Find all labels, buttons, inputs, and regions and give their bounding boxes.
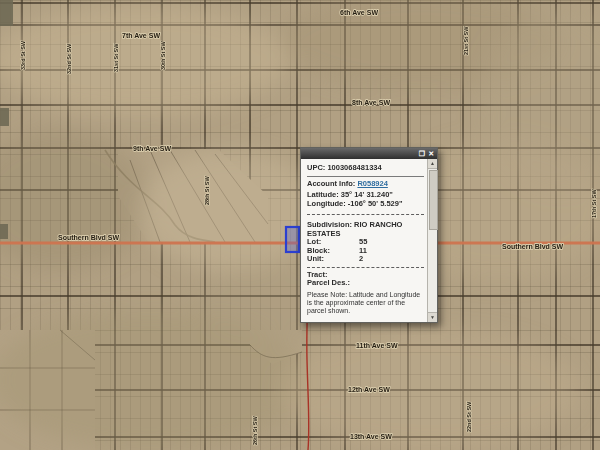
longitude-value: Longitude: -106° 50' 5.529" (307, 200, 424, 209)
scroll-up-icon[interactable]: ▲ (428, 159, 437, 169)
account-info-label: Account Info: (307, 179, 355, 188)
scroll-thumb[interactable] (429, 170, 438, 230)
street-label-7th-ave: 7th Ave SW (122, 32, 160, 39)
street-label-33rd-st: 33rd St SW (20, 40, 26, 70)
close-icon[interactable]: ✕ (428, 150, 434, 157)
street-label-12th-ave: 12th Ave SW (348, 386, 390, 393)
street-label-8th-ave: 8th Ave SW (352, 99, 390, 106)
street-label-11th-ave: 11th Ave SW (356, 342, 398, 349)
unit-label: Unit: (307, 255, 359, 264)
parcel-des-label: Parcel Des.: (307, 279, 424, 288)
street-label-21st-st: 21st St SW (463, 26, 469, 55)
street-label-28th-st: 28th St SW (204, 175, 210, 205)
street-label-southern-blvd-west: Southern Blvd SW (58, 234, 119, 241)
street-label-30th-st: 30th St SW (160, 40, 166, 70)
street-label-9th-ave: 9th Ave SW (133, 145, 171, 152)
street-label-6th-ave: 6th Ave SW (340, 9, 378, 16)
street-label-13th-ave: 13th Ave SW (350, 433, 392, 440)
selected-parcel-highlight[interactable] (286, 227, 299, 252)
subdivision-row: Subdivision: RIO RANCHO ESTATES (307, 221, 424, 238)
unit-row: Unit: 2 (307, 255, 424, 264)
scroll-down-icon[interactable]: ▼ (428, 312, 437, 322)
account-info-row: Account Info: R058924 (307, 180, 424, 189)
street-label-32nd-st: 32nd St SW (66, 43, 72, 74)
popup-note: Please Note: Latitude and Longitude is t… (307, 291, 424, 315)
street-label-22nd-st: 22nd St SW (466, 401, 472, 432)
gis-parcel-viewer: 6th Ave SW 7th Ave SW 8th Ave SW 9th Ave… (0, 0, 600, 450)
unit-value: 2 (359, 255, 363, 264)
popup-body: UPC: 1003068481334 Account Info: R058924… (301, 159, 427, 322)
parcel-info-popup: ❐ ✕ UPC: 1003068481334 Account Info: R05… (300, 147, 438, 323)
street-label-31st-st: 31st St SW (113, 43, 119, 72)
street-label-26th-st: 26th St SW (252, 415, 258, 445)
upc-value: UPC: 1003068481334 (307, 164, 424, 173)
restore-icon[interactable]: ❐ (419, 150, 425, 157)
divider (307, 176, 424, 177)
dashed-divider (307, 267, 424, 268)
account-info-link[interactable]: R058924 (357, 179, 387, 188)
street-label-southern-blvd-east: Southern Blvd SW (502, 243, 563, 250)
popup-scrollbar[interactable]: ▲ ▼ (427, 159, 437, 322)
popup-titlebar[interactable]: ❐ ✕ (301, 148, 437, 159)
block-row: Block: 11 (307, 247, 424, 256)
street-label-17th-st: 17th St SW (591, 188, 597, 218)
dashed-divider (307, 214, 424, 215)
